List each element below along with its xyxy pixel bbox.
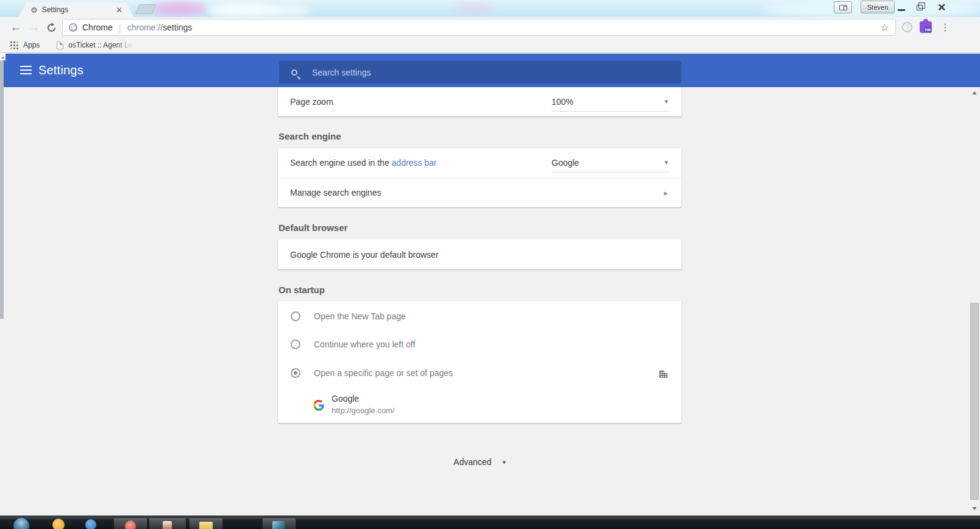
page-zoom-label: Page zoom <box>290 97 333 107</box>
titlebar-extra-button[interactable] <box>834 1 852 13</box>
search-engine-row-label: Search engine used in the address bar <box>290 158 437 168</box>
glass-reflection <box>151 1 206 16</box>
chrome-logo-icon <box>69 23 77 32</box>
security-chip-label: Chrome <box>82 23 113 32</box>
url-path: settings <box>163 23 192 32</box>
back-button[interactable]: ← <box>7 17 24 38</box>
bookmarks-bar: Apps osTicket :: Agent Logi <box>0 38 980 53</box>
enterprise-managed-icon <box>658 368 669 378</box>
startup-page-name: Google <box>332 394 359 403</box>
radio-label: Open a specific page or set of pages <box>314 368 453 378</box>
profile-name: Steven <box>867 4 888 11</box>
forward-button[interactable]: → <box>26 17 43 38</box>
readwrite-extension-icon[interactable]: rw <box>920 21 932 33</box>
address-bar[interactable]: Chrome | chrome:// settings ☆ <box>62 19 896 36</box>
scrollbar-down-arrow[interactable] <box>970 503 979 513</box>
settings-page-title: Settings <box>38 63 83 77</box>
scrollbar-thumb[interactable] <box>970 303 979 500</box>
settings-header: Settings Search settings <box>0 54 980 87</box>
settings-content: Page zoom 100% ▾ Search engine Search en… <box>0 87 980 516</box>
browser-toolbar: ← → Chrome | chrome:// settings ☆ ? rw ⋮ <box>0 17 980 38</box>
apps-grid-icon <box>10 41 18 49</box>
taskbar-button-icon <box>272 521 285 529</box>
profile-button[interactable]: Steven <box>861 1 895 13</box>
scrollbar-up-arrow[interactable] <box>970 88 979 97</box>
search-icon <box>291 69 297 76</box>
radio-label: Open the New Tab page <box>314 311 406 321</box>
page-zoom-card: Page zoom 100% ▾ <box>278 87 681 116</box>
advanced-label: Advanced <box>453 457 491 467</box>
default-browser-card: Google Chrome is your default browser <box>278 240 681 269</box>
section-title-search-engine: Search engine <box>279 131 341 141</box>
startup-option-specific-pages[interactable]: Open a specific page or set of pages <box>278 359 681 387</box>
windows-taskbar <box>0 516 980 529</box>
gear-icon: ⚙ <box>30 6 38 14</box>
taskbar-button-2[interactable] <box>149 517 186 529</box>
browser-tab-settings[interactable]: ⚙ Settings ✕ <box>18 2 134 17</box>
chevron-right-icon: ▸ <box>664 188 668 197</box>
reload-icon <box>46 23 57 33</box>
address-bar-link[interactable]: address bar <box>392 158 437 168</box>
bookmark-osticket[interactable]: osTicket :: Agent Logi <box>68 41 135 49</box>
section-title-on-startup: On startup <box>279 285 325 295</box>
taskbar-button-icon <box>125 520 136 529</box>
window-icon <box>839 5 847 10</box>
chevron-down-icon: ▾ <box>664 98 668 105</box>
restore-button[interactable] <box>909 0 930 15</box>
search-engine-value: Google <box>552 158 579 168</box>
radio-button-icon[interactable] <box>291 339 300 349</box>
taskbar-button-1[interactable] <box>113 517 147 529</box>
new-tab-button[interactable] <box>135 4 156 14</box>
radio-button-icon[interactable] <box>291 368 300 378</box>
on-startup-card: Open the New Tab page Continue where you… <box>278 301 681 423</box>
url-scheme: chrome:// <box>127 23 163 32</box>
reload-button[interactable] <box>43 17 60 38</box>
page-zoom-dropdown[interactable]: 100% ▾ <box>552 92 669 112</box>
bookmark-favicon <box>57 41 63 49</box>
radio-button-icon[interactable] <box>291 311 300 321</box>
radio-label: Continue where you left off <box>314 339 415 349</box>
taskbar-button-icon <box>163 521 172 529</box>
chevron-down-icon: ▾ <box>664 158 668 166</box>
glass-reflection <box>456 2 492 13</box>
manage-search-engines-row[interactable]: Manage search engines ▸ <box>278 178 681 207</box>
bookmark-star-icon[interactable]: ☆ <box>880 21 889 34</box>
chip-separator: | <box>119 23 121 33</box>
manage-search-engines-label: Manage search engines <box>290 188 381 197</box>
apps-shortcut[interactable]: Apps <box>23 41 40 49</box>
close-window-button[interactable]: ✕ <box>931 0 952 15</box>
left-scrollbar-arrow <box>0 54 5 60</box>
extension-badge: rw <box>925 27 931 32</box>
startup-page-url: http://google.com/ <box>332 406 394 415</box>
chevron-down-icon: ▾ <box>502 458 506 466</box>
search-engine-label-text: Search engine used in the <box>290 158 392 168</box>
page-zoom-value: 100% <box>552 97 573 107</box>
tab-title: Settings <box>42 5 114 14</box>
startup-page-entry[interactable]: Google http://google.com/ <box>278 391 681 422</box>
advanced-toggle[interactable]: Advanced ▾ <box>278 456 681 468</box>
start-button[interactable] <box>13 518 29 529</box>
left-scrollbar-artifact <box>0 60 4 319</box>
glass-reflection <box>268 5 311 17</box>
taskbar-firefox-icon[interactable] <box>52 519 65 529</box>
settings-search-box[interactable]: Search settings <box>279 61 681 83</box>
taskbar-folder-icon <box>199 522 213 529</box>
startup-option-new-tab[interactable]: Open the New Tab page <box>278 302 681 330</box>
taskbar-app-icon[interactable] <box>85 519 96 529</box>
taskbar-button-3[interactable] <box>189 517 223 529</box>
disabled-extension-icon[interactable]: ? <box>902 22 912 32</box>
tab-close-icon[interactable]: ✕ <box>114 5 124 15</box>
hamburger-menu-icon[interactable] <box>20 66 32 77</box>
search-engine-dropdown[interactable]: Google ▾ <box>552 153 669 172</box>
search-engine-card: Search engine used in the address bar Go… <box>278 148 681 207</box>
minimize-button[interactable] <box>891 0 912 15</box>
google-favicon <box>313 400 324 411</box>
window-titlebar: ⚙ Settings ✕ Steven ✕ <box>0 0 980 17</box>
default-browser-status: Google Chrome is your default browser <box>290 250 439 260</box>
taskbar-button-4[interactable] <box>262 517 296 529</box>
browser-menu-icon[interactable]: ⋮ <box>940 21 950 34</box>
section-title-default-browser: Default browser <box>279 222 347 233</box>
search-placeholder: Search settings <box>312 68 371 77</box>
startup-option-continue[interactable]: Continue where you left off <box>278 330 681 358</box>
